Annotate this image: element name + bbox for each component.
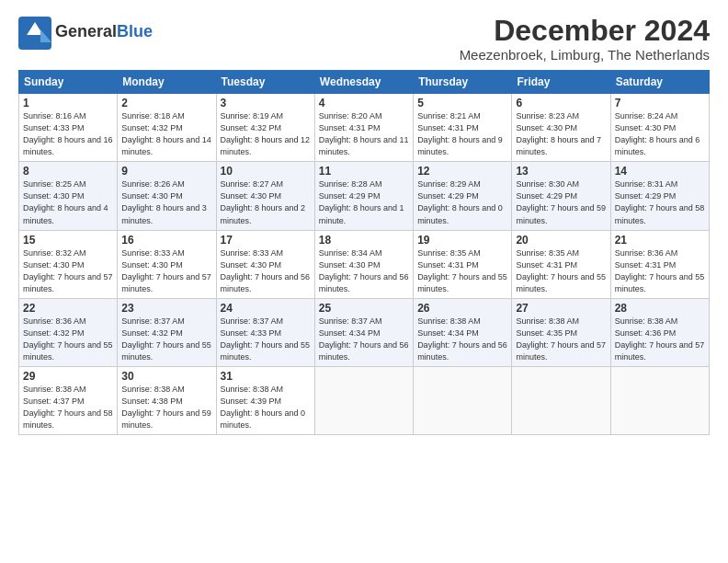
day-detail: Sunrise: 8:25 AMSunset: 4:30 PMDaylight:… — [23, 178, 113, 226]
calendar-day-cell: 13Sunrise: 8:30 AMSunset: 4:29 PMDayligh… — [512, 162, 610, 230]
day-detail: Sunrise: 8:38 AMSunset: 4:38 PMDaylight:… — [121, 384, 211, 431]
calendar-day-cell: 8Sunrise: 8:25 AMSunset: 4:30 PMDaylight… — [19, 162, 118, 230]
day-number: 30 — [121, 370, 211, 383]
day-detail: Sunrise: 8:30 AMSunset: 4:29 PMDaylight:… — [516, 178, 606, 226]
calendar-day-cell: 9Sunrise: 8:26 AMSunset: 4:30 PMDaylight… — [118, 162, 216, 230]
day-number: 10 — [221, 165, 311, 178]
day-detail: Sunrise: 8:37 AMSunset: 4:32 PMDaylight:… — [121, 316, 211, 363]
day-number: 2 — [121, 97, 211, 109]
header: GeneralBlue December 2024 Meezenbroek, L… — [18, 15, 710, 63]
calendar-week-row: 15Sunrise: 8:32 AMSunset: 4:30 PMDayligh… — [19, 230, 710, 298]
day-detail: Sunrise: 8:34 AMSunset: 4:30 PMDaylight:… — [319, 247, 409, 295]
day-number: 26 — [417, 302, 507, 315]
calendar-day-cell: 2Sunrise: 8:18 AMSunset: 4:32 PMDaylight… — [118, 94, 216, 162]
calendar-day-cell: 25Sunrise: 8:37 AMSunset: 4:34 PMDayligh… — [314, 298, 413, 366]
day-number: 17 — [221, 234, 311, 247]
day-number: 12 — [417, 165, 507, 178]
day-detail: Sunrise: 8:36 AMSunset: 4:32 PMDaylight:… — [23, 316, 113, 363]
calendar-day-cell: 14Sunrise: 8:31 AMSunset: 4:29 PMDayligh… — [610, 162, 709, 230]
day-detail: Sunrise: 8:38 AMSunset: 4:37 PMDaylight:… — [23, 384, 113, 431]
calendar-day-cell: 5Sunrise: 8:21 AMSunset: 4:31 PMDaylight… — [414, 94, 512, 162]
day-number: 22 — [23, 302, 113, 315]
day-detail: Sunrise: 8:37 AMSunset: 4:33 PMDaylight:… — [221, 316, 311, 363]
logo-text: GeneralBlue — [55, 23, 153, 41]
calendar-day-cell: 17Sunrise: 8:33 AMSunset: 4:30 PMDayligh… — [216, 230, 314, 298]
day-number: 31 — [221, 370, 311, 383]
day-number: 24 — [221, 302, 311, 315]
day-number: 5 — [417, 97, 507, 109]
calendar-day-cell: 3Sunrise: 8:19 AMSunset: 4:32 PMDaylight… — [216, 94, 314, 162]
calendar-day-cell: 23Sunrise: 8:37 AMSunset: 4:32 PMDayligh… — [118, 298, 216, 366]
logo-general: General — [55, 22, 117, 40]
calendar-header-friday: Friday — [512, 71, 610, 94]
day-detail: Sunrise: 8:32 AMSunset: 4:30 PMDaylight:… — [23, 247, 113, 295]
calendar-week-row: 8Sunrise: 8:25 AMSunset: 4:30 PMDaylight… — [19, 162, 710, 230]
calendar-table: SundayMondayTuesdayWednesdayThursdayFrid… — [18, 70, 710, 435]
day-detail: Sunrise: 8:38 AMSunset: 4:39 PMDaylight:… — [221, 384, 311, 431]
day-number: 1 — [23, 97, 113, 109]
calendar-day-cell: 18Sunrise: 8:34 AMSunset: 4:30 PMDayligh… — [314, 230, 413, 298]
calendar-day-cell: 29Sunrise: 8:38 AMSunset: 4:37 PMDayligh… — [19, 366, 118, 434]
calendar-day-cell: 31Sunrise: 8:38 AMSunset: 4:39 PMDayligh… — [216, 366, 314, 434]
calendar-header-thursday: Thursday — [414, 71, 512, 94]
day-number: 3 — [221, 97, 311, 109]
calendar-header-wednesday: Wednesday — [314, 71, 413, 94]
calendar-header-saturday: Saturday — [610, 71, 709, 94]
calendar-day-cell: 19Sunrise: 8:35 AMSunset: 4:31 PMDayligh… — [414, 230, 512, 298]
calendar-day-cell: 27Sunrise: 8:38 AMSunset: 4:35 PMDayligh… — [512, 298, 610, 366]
day-number: 19 — [417, 234, 507, 247]
day-detail: Sunrise: 8:38 AMSunset: 4:35 PMDaylight:… — [516, 316, 606, 363]
calendar-day-cell: 22Sunrise: 8:36 AMSunset: 4:32 PMDayligh… — [19, 298, 118, 366]
day-number: 18 — [319, 234, 409, 247]
day-detail: Sunrise: 8:33 AMSunset: 4:30 PMDaylight:… — [121, 247, 211, 295]
calendar-day-cell: 12Sunrise: 8:29 AMSunset: 4:29 PMDayligh… — [414, 162, 512, 230]
day-detail: Sunrise: 8:19 AMSunset: 4:32 PMDaylight:… — [221, 110, 311, 158]
calendar-day-cell: 11Sunrise: 8:28 AMSunset: 4:29 PMDayligh… — [314, 162, 413, 230]
calendar-day-cell — [314, 366, 413, 434]
calendar-day-cell: 28Sunrise: 8:38 AMSunset: 4:36 PMDayligh… — [610, 298, 709, 366]
day-number: 29 — [23, 370, 113, 383]
day-number: 11 — [319, 165, 409, 178]
calendar-day-cell: 20Sunrise: 8:35 AMSunset: 4:31 PMDayligh… — [512, 230, 610, 298]
day-number: 8 — [23, 165, 113, 178]
day-detail: Sunrise: 8:38 AMSunset: 4:36 PMDaylight:… — [615, 316, 705, 363]
calendar-header-row: SundayMondayTuesdayWednesdayThursdayFrid… — [19, 71, 710, 94]
day-number: 7 — [615, 97, 705, 109]
day-number: 28 — [615, 302, 705, 315]
day-detail: Sunrise: 8:16 AMSunset: 4:33 PMDaylight:… — [23, 110, 113, 158]
day-detail: Sunrise: 8:29 AMSunset: 4:29 PMDaylight:… — [417, 178, 507, 226]
day-detail: Sunrise: 8:37 AMSunset: 4:34 PMDaylight:… — [319, 316, 409, 363]
day-detail: Sunrise: 8:28 AMSunset: 4:29 PMDaylight:… — [319, 178, 409, 226]
day-number: 9 — [121, 165, 211, 178]
calendar-day-cell: 7Sunrise: 8:24 AMSunset: 4:30 PMDaylight… — [610, 94, 709, 162]
calendar-day-cell: 26Sunrise: 8:38 AMSunset: 4:34 PMDayligh… — [414, 298, 512, 366]
logo: GeneralBlue — [18, 15, 153, 50]
day-detail: Sunrise: 8:31 AMSunset: 4:29 PMDaylight:… — [615, 178, 705, 226]
day-detail: Sunrise: 8:18 AMSunset: 4:32 PMDaylight:… — [121, 110, 211, 158]
calendar-header-tuesday: Tuesday — [216, 71, 314, 94]
calendar-day-cell: 16Sunrise: 8:33 AMSunset: 4:30 PMDayligh… — [118, 230, 216, 298]
day-detail: Sunrise: 8:20 AMSunset: 4:31 PMDaylight:… — [319, 110, 409, 158]
calendar-week-row: 1Sunrise: 8:16 AMSunset: 4:33 PMDaylight… — [19, 94, 710, 162]
day-detail: Sunrise: 8:36 AMSunset: 4:31 PMDaylight:… — [615, 247, 705, 295]
day-number: 13 — [516, 165, 606, 178]
day-detail: Sunrise: 8:23 AMSunset: 4:30 PMDaylight:… — [516, 110, 606, 158]
day-detail: Sunrise: 8:27 AMSunset: 4:30 PMDaylight:… — [221, 178, 311, 226]
calendar-day-cell: 30Sunrise: 8:38 AMSunset: 4:38 PMDayligh… — [118, 366, 216, 434]
subtitle: Meezenbroek, Limburg, The Netherlands — [460, 47, 710, 63]
day-number: 15 — [23, 234, 113, 247]
day-number: 23 — [121, 302, 211, 315]
day-number: 4 — [319, 97, 409, 109]
calendar-header-monday: Monday — [118, 71, 216, 94]
day-detail: Sunrise: 8:21 AMSunset: 4:31 PMDaylight:… — [417, 110, 507, 158]
day-detail: Sunrise: 8:26 AMSunset: 4:30 PMDaylight:… — [121, 178, 211, 226]
calendar-day-cell: 24Sunrise: 8:37 AMSunset: 4:33 PMDayligh… — [216, 298, 314, 366]
day-number: 21 — [615, 234, 705, 247]
calendar-week-row: 22Sunrise: 8:36 AMSunset: 4:32 PMDayligh… — [19, 298, 710, 366]
logo-blue: Blue — [117, 22, 153, 40]
day-number: 20 — [516, 234, 606, 247]
calendar-day-cell: 4Sunrise: 8:20 AMSunset: 4:31 PMDaylight… — [314, 94, 413, 162]
calendar-day-cell: 1Sunrise: 8:16 AMSunset: 4:33 PMDaylight… — [19, 94, 118, 162]
day-detail: Sunrise: 8:35 AMSunset: 4:31 PMDaylight:… — [516, 247, 606, 295]
calendar-day-cell: 6Sunrise: 8:23 AMSunset: 4:30 PMDaylight… — [512, 94, 610, 162]
